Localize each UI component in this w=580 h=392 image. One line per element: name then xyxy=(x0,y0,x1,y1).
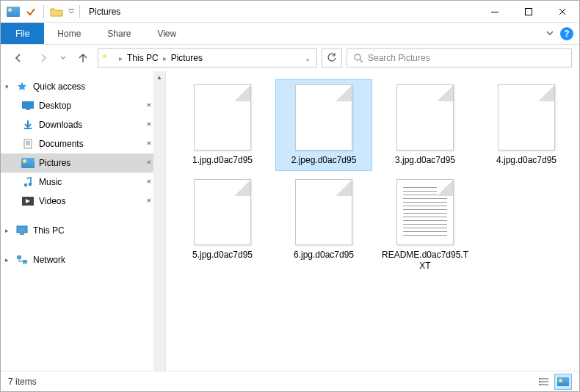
explorer-icon xyxy=(5,4,21,20)
ribbon: File Home Share View ? xyxy=(1,23,579,45)
pictures-icon xyxy=(21,157,35,169)
separator xyxy=(79,5,80,18)
sidebar-item-videos[interactable]: Videos xyxy=(1,192,165,211)
ribbon-collapse-icon[interactable] xyxy=(545,27,554,40)
file-item[interactable]: 1.jpg.d0ac7d95 xyxy=(175,80,270,170)
file-name: 6.jpg.d0ac7d95 xyxy=(294,250,354,261)
svg-rect-5 xyxy=(26,109,30,110)
refresh-button[interactable] xyxy=(322,48,342,68)
window-controls xyxy=(478,1,579,23)
sidebar-item-documents[interactable]: Documents xyxy=(1,134,165,153)
svg-point-15 xyxy=(539,378,540,380)
file-tab[interactable]: File xyxy=(1,23,44,44)
sidebar-item-label: Documents xyxy=(39,139,84,149)
file-icon xyxy=(295,179,352,245)
sidebar-item-label: Desktop xyxy=(39,101,71,111)
close-button[interactable] xyxy=(545,1,579,23)
help-icon[interactable]: ? xyxy=(560,27,573,40)
sidebar-item-label: Quick access xyxy=(33,81,85,92)
titlebar: Pictures xyxy=(1,1,579,23)
qat-dropdown-icon[interactable] xyxy=(66,4,76,20)
file-name: 3.jpg.d0ac7d95 xyxy=(395,155,455,166)
sidebar-item-label: This PC xyxy=(33,225,65,236)
navigation-pane: ▾ Quick access DesktopDownloadsDocuments… xyxy=(1,71,166,371)
file-item[interactable]: 4.jpg.d0ac7d95 xyxy=(479,80,574,170)
downloads-icon xyxy=(21,119,35,131)
file-name: 4.jpg.d0ac7d95 xyxy=(496,155,557,166)
chevron-down-icon[interactable]: ▾ xyxy=(5,83,9,90)
network-icon xyxy=(15,254,29,266)
svg-rect-4 xyxy=(22,101,34,109)
quick-access-toolbar xyxy=(1,4,76,20)
item-count: 7 items xyxy=(8,377,37,387)
file-item[interactable]: README.d0ac7d95.TXT xyxy=(377,175,473,276)
desktop-icon xyxy=(21,100,35,112)
breadcrumb-dropdown-icon[interactable]: ⌄ xyxy=(302,54,313,62)
file-item[interactable]: 3.jpg.d0ac7d95 xyxy=(377,80,473,170)
ribbon-tab-home[interactable]: Home xyxy=(44,23,94,44)
svg-rect-2 xyxy=(526,8,532,15)
up-button[interactable] xyxy=(73,48,93,68)
pin-icon xyxy=(142,176,154,188)
breadcrumb-item[interactable]: This PC xyxy=(127,53,159,63)
file-item[interactable]: 5.jpg.d0ac7d95 xyxy=(175,175,270,276)
breadcrumb-item[interactable]: Pictures xyxy=(171,53,203,63)
sidebar-item-downloads[interactable]: Downloads xyxy=(1,115,165,134)
sidebar-this-pc[interactable]: ▸ This PC xyxy=(1,221,165,240)
chevron-right-icon[interactable]: ▸ xyxy=(5,227,9,234)
forward-button[interactable] xyxy=(33,48,54,68)
chevron-right-icon[interactable]: ▸ xyxy=(117,54,124,62)
svg-rect-0 xyxy=(68,9,74,10)
maximize-button[interactable] xyxy=(512,1,545,23)
sidebar-network[interactable]: ▸ Network xyxy=(1,250,165,269)
sidebar-item-desktop[interactable]: Desktop xyxy=(1,96,165,115)
sidebar-item-music[interactable]: Music xyxy=(1,173,165,192)
svg-rect-13 xyxy=(17,255,21,259)
sidebar-item-label: Music xyxy=(39,177,62,187)
videos-icon xyxy=(21,195,35,207)
properties-icon[interactable] xyxy=(23,4,39,20)
pin-icon xyxy=(142,195,154,207)
file-item[interactable]: 6.jpg.d0ac7d95 xyxy=(276,175,371,276)
music-icon xyxy=(21,176,35,188)
minimize-button[interactable] xyxy=(478,1,512,23)
file-icon xyxy=(396,84,454,150)
pin-icon xyxy=(142,157,154,169)
file-item[interactable]: 2.jpeg.d0ac7d95 xyxy=(276,80,371,170)
sidebar-scrollbar[interactable]: ▲ xyxy=(153,71,165,371)
pin-icon xyxy=(142,138,154,150)
file-icon xyxy=(295,84,352,150)
ribbon-tab-share[interactable]: Share xyxy=(94,23,144,44)
search-input[interactable]: Search Pictures xyxy=(347,48,572,68)
svg-rect-6 xyxy=(24,128,32,129)
ribbon-tab-view[interactable]: View xyxy=(144,23,189,44)
documents-icon xyxy=(21,138,35,150)
file-icon xyxy=(498,84,555,150)
chevron-right-icon[interactable]: ▸ xyxy=(5,256,9,264)
svg-point-16 xyxy=(539,381,540,382)
svg-point-8 xyxy=(24,184,27,186)
file-name: 5.jpg.d0ac7d95 xyxy=(192,250,253,261)
svg-rect-11 xyxy=(17,226,27,233)
sidebar-item-label: Pictures xyxy=(39,158,70,168)
file-icon xyxy=(194,179,251,245)
pin-icon xyxy=(142,100,154,112)
sidebar-item-pictures[interactable]: Pictures xyxy=(1,153,165,173)
thumbnails-view-button[interactable] xyxy=(554,374,572,390)
svg-rect-1 xyxy=(491,12,499,12)
details-view-button[interactable] xyxy=(535,374,553,390)
recent-locations-icon[interactable] xyxy=(58,48,68,68)
sidebar-quick-access[interactable]: ▾ Quick access xyxy=(1,77,165,96)
back-button[interactable] xyxy=(8,48,29,68)
star-icon xyxy=(15,81,29,92)
search-icon xyxy=(353,53,363,63)
chevron-right-icon[interactable]: ▸ xyxy=(162,54,168,62)
location-icon xyxy=(101,53,115,63)
file-icon xyxy=(194,84,251,150)
breadcrumb[interactable]: ▸ This PC ▸ Pictures ⌄ xyxy=(98,48,317,68)
content-pane[interactable]: 1.jpg.d0ac7d952.jpeg.d0ac7d953.jpg.d0ac7… xyxy=(166,71,579,371)
svg-rect-7 xyxy=(24,139,32,148)
folder-icon xyxy=(48,4,65,20)
sidebar-item-label: Downloads xyxy=(39,120,82,130)
file-grid: 1.jpg.d0ac7d952.jpeg.d0ac7d953.jpg.d0ac7… xyxy=(175,80,575,276)
